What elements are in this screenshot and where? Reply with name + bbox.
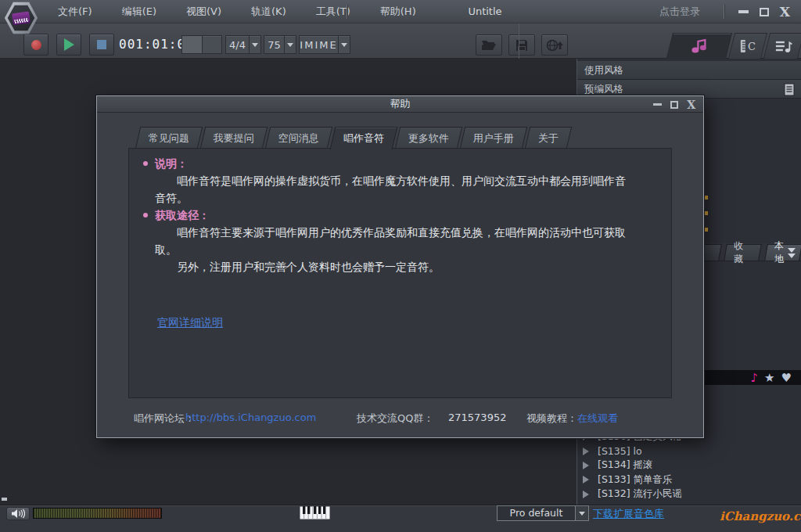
pattern-selector[interactable] [181,35,222,54]
bullet-icon [143,213,148,217]
soundfont-value: Pro default [497,506,575,520]
panel-tabs: C [667,33,801,59]
list-item[interactable]: [S132] 流行小民谣 [577,487,801,501]
ruler-c-icon: C [739,39,756,53]
help-line: 唱作音符主要来源于唱作网用户的优秀作品奖励和直接充值兑换，在唱作网的活动中也可获… [129,224,671,241]
expand-triangle-icon[interactable] [583,491,589,498]
dialog-minimize-button[interactable] [653,103,662,106]
help-dialog: 帮助 X 常见问题 我要提问 空间消息 唱作音符 更多软件 用户手册 关于 说明… [96,95,704,438]
open-folder-icon [481,39,497,51]
menu-edit[interactable]: 编辑(E) [107,5,171,19]
minimize-button[interactable] [738,10,749,13]
maximize-button[interactable] [760,8,769,16]
list-item[interactable]: [S134] 摇滚 [577,458,801,473]
speaker-icon [11,509,25,519]
tab-favorites[interactable]: 收藏 [724,244,762,261]
tempo-arrow[interactable] [284,36,296,53]
save-button[interactable] [508,34,535,56]
toolbar-divider [519,23,519,59]
dialog-title: 帮助 [97,96,703,112]
dialog-maximize-button[interactable] [670,101,678,109]
music-notes-icon [689,38,709,54]
tab-style-notes[interactable] [666,33,732,59]
soundfont-arrow[interactable] [575,506,588,520]
record-icon [31,40,41,50]
open-file-button[interactable] [476,34,502,56]
tab-faq[interactable]: 常见问题 [135,127,203,149]
record-button[interactable] [23,34,48,56]
tab-playlist[interactable] [763,33,801,59]
help-line: 唱作音符是唱作网的操作虚拟货币，在唱作魔方软件使用、用户间交流互动中都会用到唱作… [129,172,671,189]
list-item[interactable]: [S135] lo [577,444,801,458]
expand-triangle-icon[interactable] [583,462,589,469]
sidebar-header-use-style[interactable]: 使用风格 [577,61,801,80]
time-signature-value: 4/4 [226,39,249,51]
expand-triangle-icon[interactable] [583,448,589,455]
piano-logo-icon [12,11,31,25]
menu-help[interactable]: 帮助(H) [365,5,431,19]
tab-space-messages[interactable]: 空间消息 [265,127,332,149]
tab-about[interactable]: 关于 [525,127,572,149]
logo-hexagon [7,5,35,31]
note-icon[interactable]: ♪ [751,371,759,385]
status-bar: Pro default 下载扩展音色库 iChangzuo.com [0,505,801,532]
dialog-controls: X [653,96,695,113]
toolbar: 001:01:000 4/4 75 IMIME [0,23,801,59]
heart-icon[interactable]: ♥ [781,371,792,385]
help-line: 另外，注册用户和完善个人资料时也会赠予一定音符。 [129,258,671,275]
menu-view[interactable]: 视图(V) [171,5,236,19]
official-site-link[interactable]: 官网详细说明 [157,316,223,330]
list-item[interactable]: [S133] 简单音乐 [577,473,801,487]
input-mode-value: IMIME [300,39,338,51]
tempo-select[interactable]: 75 [264,35,296,54]
input-mode-select[interactable]: IMIME [299,35,350,54]
time-signature-arrow[interactable] [249,36,260,53]
document-icon[interactable] [784,83,795,96]
play-icon [64,38,74,51]
input-mode-arrow[interactable] [338,36,350,53]
close-button[interactable]: X [780,5,790,19]
tab-chord[interactable]: C [728,33,767,59]
menu-track[interactable]: 轨道(K) [236,5,301,19]
help-line: 音符。 [129,189,671,207]
upload-button[interactable] [541,34,568,56]
menu-tools[interactable]: 工具(T) [301,5,365,19]
style-marker [704,211,708,215]
upload-globe-icon [546,39,563,52]
time-signature-select[interactable]: 4/4 [225,35,261,54]
dialog-close-button[interactable]: X [687,99,695,110]
help-line: 取。 [129,241,671,258]
chevron-down-icon [579,512,585,516]
video-label: 视频教程： [526,412,577,426]
stop-icon [97,40,106,49]
menu-file[interactable]: 文件(F) [43,5,107,19]
tab-more-software[interactable]: 更多软件 [395,127,462,149]
brand-watermark: iChangzuo.com [720,509,801,523]
qq-label: 技术交流QQ群： [357,412,433,426]
piano-keyboard-icon[interactable] [300,505,330,520]
play-button[interactable] [56,34,81,56]
level-meter [33,508,162,519]
volume-button[interactable] [6,507,30,520]
titlebar: 文件(F) 编辑(E) 视图(V) 轨道(K) 工具(T) 帮助(H) Unti… [0,0,801,23]
forum-link[interactable]: http://bbs.iChangzuo.com [185,412,316,423]
expand-triangle-icon[interactable] [583,476,589,483]
chevron-down-icon [287,43,293,47]
tab-user-manual[interactable]: 用户手册 [460,127,527,149]
style-list: [S136] 自定义风格 [S135] lo [S134] 摇滚 [S133] … [577,430,801,501]
tab-ask-question[interactable]: 我要提问 [200,127,268,149]
hscrollbar-thumb[interactable] [2,498,7,501]
section-heading: 获取途径： [129,207,671,224]
dialog-content-panel: 说明： 唱作音符是唱作网的操作虚拟货币，在唱作魔方软件使用、用户间交流互动中都会… [128,148,672,398]
dialog-tabs: 常见问题 我要提问 空间消息 唱作音符 更多软件 用户手册 关于 [138,127,572,149]
stop-button[interactable] [89,34,114,56]
dialog-titlebar[interactable]: 帮助 X [97,96,703,113]
soundfont-select[interactable]: Pro default [497,505,589,521]
collapse-tabs-button[interactable] [785,246,798,260]
star-icon[interactable]: ★ [764,371,774,385]
login-button[interactable]: 点击登录 [659,0,700,23]
window-title: Untitle [438,0,532,23]
tab-changzuo-notes[interactable]: 唱作音符 [330,127,398,149]
download-soundbank-link[interactable]: 下载扩展音色库 [593,507,664,521]
video-link[interactable]: 在线观看 [577,412,618,426]
